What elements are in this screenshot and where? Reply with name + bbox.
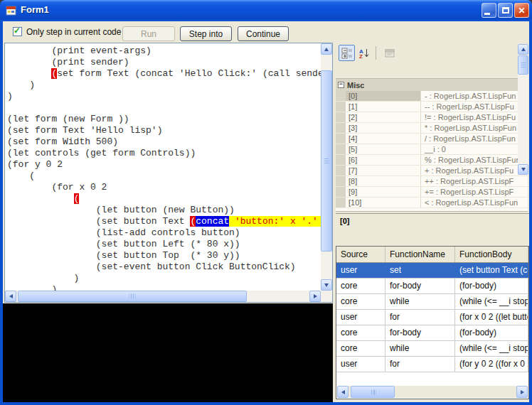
table-row[interactable]: userfor(for y 0 2 ((for x 0 2 (( <box>336 357 528 372</box>
property-value[interactable]: < : RogerLisp.AST.LispFun <box>421 198 528 207</box>
scroll-left-button[interactable] <box>337 386 349 398</box>
property-row[interactable]: [4]/ : RogerLisp.AST.LispFun <box>336 134 528 144</box>
scroll-left-button[interactable] <box>5 291 16 302</box>
property-name[interactable]: [6] <box>346 155 421 165</box>
table-cell[interactable]: (while (<= __i stop) (f <box>455 341 528 356</box>
vertical-scroll-thumb[interactable] <box>518 55 528 75</box>
table-row[interactable]: userfor(for x 0 2 ((let button <box>336 310 528 325</box>
table-cell[interactable]: core <box>336 341 385 356</box>
table-cell[interactable]: set <box>385 263 455 278</box>
table-cell[interactable]: while <box>385 294 455 309</box>
editor-horizontal-scrollbar[interactable] <box>5 291 321 302</box>
table-cell[interactable]: (for-body) <box>455 279 528 293</box>
table-cell[interactable]: user <box>336 310 385 325</box>
table-rows: userset(set button Text (concorefor-body… <box>336 263 528 372</box>
table-cell[interactable]: (for-body) <box>455 325 528 340</box>
table-row[interactable]: userset(set button Text (con <box>336 263 528 279</box>
horizontal-scroll-thumb[interactable] <box>351 386 395 398</box>
table-cell[interactable]: for <box>385 310 455 325</box>
table-cell[interactable]: for <box>385 357 455 372</box>
table-cell[interactable]: while <box>385 341 455 356</box>
table-cell[interactable]: for-body <box>385 279 455 293</box>
property-row[interactable]: [9]+= : RogerLisp.AST.LispF <box>336 187 528 198</box>
table-cell[interactable]: core <box>336 325 385 340</box>
table-cell[interactable]: for-body <box>385 325 455 340</box>
scroll-down-button[interactable] <box>518 164 528 175</box>
property-value[interactable]: * : RogerLisp.AST.LispFun <box>421 123 528 133</box>
scroll-right-button[interactable] <box>309 291 321 302</box>
scroll-down-button[interactable] <box>321 279 332 291</box>
property-name[interactable]: [1] <box>346 102 421 112</box>
collapse-icon[interactable]: − <box>338 82 344 88</box>
property-name[interactable]: [9] <box>346 187 421 197</box>
property-grid-scrollbar[interactable] <box>518 44 528 175</box>
window-title: Form1 <box>21 4 49 15</box>
table-cell[interactable]: user <box>336 357 385 372</box>
property-value[interactable]: / : RogerLisp.AST.LispFun <box>421 134 528 144</box>
table-horizontal-scrollbar[interactable] <box>337 386 528 398</box>
table-cell[interactable]: (for x 0 2 ((let button <box>455 310 528 325</box>
row-gutter <box>336 102 346 112</box>
vertical-scroll-thumb[interactable] <box>321 70 332 252</box>
table-cell[interactable]: core <box>336 294 385 309</box>
table-row[interactable]: corefor-body(for-body) <box>336 325 528 341</box>
title-bar[interactable]: Form1 ✕ <box>0 0 532 21</box>
categorized-button[interactable] <box>339 45 355 61</box>
property-name[interactable]: [2] <box>346 112 421 122</box>
property-value[interactable]: - : RogerLisp.AST.LispFun <box>421 91 528 101</box>
table-cell[interactable]: core <box>336 279 385 293</box>
property-row[interactable]: [3]* : RogerLisp.AST.LispFun <box>336 123 528 134</box>
property-value[interactable]: != : RogerLisp.AST.LispFu <box>421 112 528 122</box>
property-value[interactable]: ++ : RogerLisp.AST.LispF <box>421 176 528 186</box>
property-name[interactable]: [0] <box>346 91 421 101</box>
property-pages-button[interactable] <box>381 45 398 61</box>
table-row[interactable]: corewhile(while (<= __i stop) (f <box>336 294 528 310</box>
property-row[interactable]: [5]__i : 0 <box>336 144 528 155</box>
property-name[interactable]: [3] <box>346 123 421 133</box>
property-name[interactable]: [10] <box>346 198 421 207</box>
editor-vertical-scrollbar[interactable] <box>321 43 332 291</box>
property-name[interactable]: [7] <box>346 166 421 176</box>
property-value[interactable]: + : RogerLisp.AST.LispFu <box>421 166 528 176</box>
code-editor[interactable]: (print event-args) (print sender) (set f… <box>4 43 333 303</box>
table-row[interactable]: corefor-body(for-body) <box>336 279 528 294</box>
code-line: (for y 0 2 <box>7 159 321 171</box>
code-content[interactable]: (print event-args) (print sender) (set f… <box>5 43 321 291</box>
table-cell[interactable]: (for y 0 2 ((for x 0 2 (( <box>455 357 528 372</box>
column-header-functionbody[interactable]: FunctionBody <box>455 247 528 262</box>
table-row[interactable]: corewhile(while (<= __i stop) (f <box>336 341 528 357</box>
column-header-source[interactable]: Source <box>336 247 385 262</box>
table-cell[interactable]: user <box>336 263 385 278</box>
property-row[interactable]: [0]- : RogerLisp.AST.LispFun <box>336 91 528 102</box>
property-row[interactable]: [8]++ : RogerLisp.AST.LispF <box>336 176 528 187</box>
horizontal-scroll-thumb[interactable] <box>18 291 247 302</box>
property-name[interactable]: [5] <box>346 144 421 154</box>
table-cell[interactable]: (set button Text (con <box>455 263 528 278</box>
property-row[interactable]: [7]+ : RogerLisp.AST.LispFu <box>336 166 528 176</box>
property-value[interactable]: % : RogerLisp.AST.LispFun <box>421 155 528 165</box>
alphabetical-sort-button[interactable]: A Z <box>356 45 372 61</box>
category-row-misc[interactable]: − Misc <box>336 79 528 91</box>
property-value[interactable]: -- : RogerLisp.AST.LispFu <box>421 102 528 112</box>
only-step-checkbox[interactable]: ✓ <box>13 27 22 36</box>
property-name[interactable]: [8] <box>346 176 421 186</box>
property-row[interactable]: [2]!= : RogerLisp.AST.LispFu <box>336 112 528 123</box>
property-row[interactable]: [6]% : RogerLisp.AST.LispFun <box>336 155 528 166</box>
svg-text:Z: Z <box>359 53 363 59</box>
property-name[interactable]: [4] <box>346 134 421 144</box>
maximize-button[interactable] <box>498 3 513 18</box>
continue-button[interactable]: Continue <box>238 26 289 41</box>
minimize-button[interactable] <box>482 3 496 18</box>
step-into-button[interactable]: Step into <box>180 26 232 41</box>
close-button[interactable]: ✕ <box>514 3 529 18</box>
property-row[interactable]: [10]< : RogerLisp.AST.LispFun <box>336 198 528 208</box>
property-value[interactable]: += : RogerLisp.AST.LispF <box>421 187 528 197</box>
column-header-functionname[interactable]: FunctionName <box>385 247 455 262</box>
run-button[interactable]: Run <box>122 26 175 41</box>
scroll-up-button[interactable] <box>321 43 332 55</box>
scroll-up-button[interactable] <box>518 44 528 55</box>
scroll-right-button[interactable] <box>516 386 528 398</box>
table-cell[interactable]: (while (<= __i stop) (f <box>455 294 528 309</box>
property-row[interactable]: [1]-- : RogerLisp.AST.LispFu <box>336 102 528 112</box>
property-value[interactable]: __i : 0 <box>421 144 528 154</box>
